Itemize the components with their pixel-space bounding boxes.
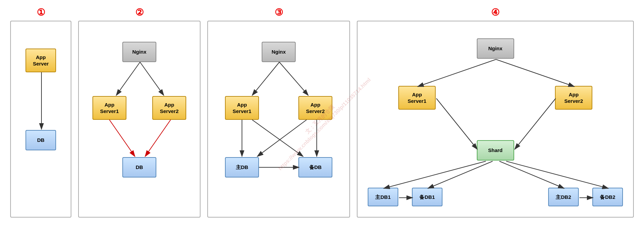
svg-line-17 [418,59,496,87]
d2-app-server1: AppServer1 [92,96,126,120]
svg-line-7 [145,120,171,156]
svg-line-10 [279,62,308,95]
diagram-1-box: AppServer DB [10,21,71,218]
page-container: ① AppServer DB ② Nginx AppS [0,0,644,243]
diagram-2-label: ② [135,7,144,18]
svg-line-5 [140,62,164,95]
svg-line-22 [428,161,493,188]
d4-master-db2: 主DB2 [548,188,579,206]
diagram-4-box: Nginx AppServer1 AppServer2 Shard 主DB1 备… [357,21,634,218]
d4-shard: Shard [477,140,514,161]
d3-nginx: Nginx [262,42,296,62]
diagram-1: ① AppServer DB [10,7,71,218]
d1-db: DB [25,130,56,150]
svg-line-13 [257,120,307,156]
svg-line-19 [436,98,477,149]
diagram-2-box: Nginx AppServer1 AppServer2 DB [78,21,201,218]
d4-app-server2: AppServer2 [555,86,592,110]
svg-line-21 [384,161,486,188]
d2-app-server2: AppServer2 [152,96,186,120]
d3-app-server2: AppServer2 [298,96,332,120]
d1-app-server: AppServer [25,49,56,72]
svg-line-20 [515,98,556,149]
diagram-4: ④ Nginx AppServer1 AppServer2 Shard 主DB1… [357,7,634,218]
d3-master-db: 主DB [225,157,259,177]
svg-line-23 [500,161,564,188]
diagram-2: ② Nginx AppServer1 AppServer2 DB [78,7,201,218]
diagram-1-label: ① [37,7,45,18]
svg-line-12 [252,120,303,156]
diagram-3-label: ③ [275,7,283,18]
svg-line-4 [116,62,140,95]
d4-backup-db2: 备DB2 [592,188,623,206]
svg-line-6 [109,120,135,156]
d4-nginx: Nginx [477,38,514,59]
diagram-4-label: ④ [491,7,500,18]
svg-line-18 [496,59,575,87]
svg-line-24 [506,161,609,188]
d3-app-server1: AppServer1 [225,96,259,120]
d2-nginx: Nginx [122,42,156,62]
d2-db: DB [122,157,156,177]
diagram-3-box: Nginx AppServer1 AppServer2 主DB 备DB [207,21,350,218]
d4-master-db1: 主DB1 [368,188,398,206]
d4-backup-db1: 备DB1 [412,188,442,206]
d4-app-server1: AppServer1 [398,86,436,110]
svg-line-9 [252,62,279,95]
d3-backup-db: 备DB [298,157,332,177]
diagram-3: ③ Nginx AppServer1 AppServer2 主DB 备DB [207,7,350,218]
